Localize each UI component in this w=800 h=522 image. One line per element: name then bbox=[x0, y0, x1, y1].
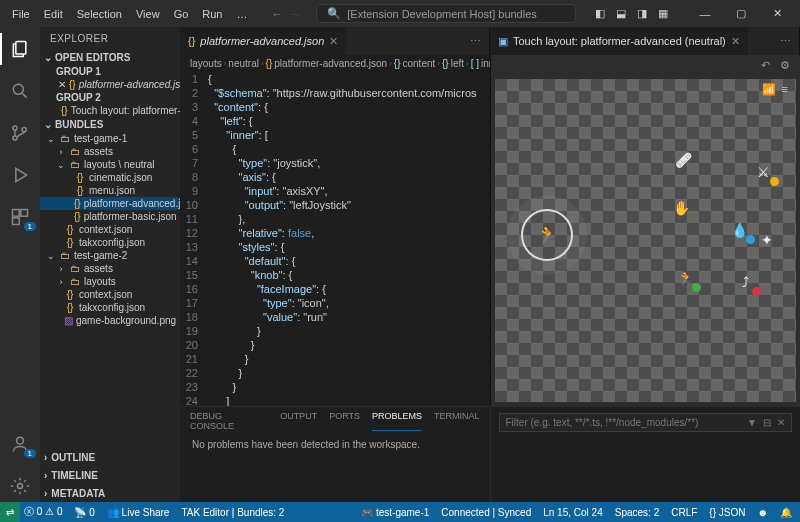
minimize-button[interactable]: — bbox=[688, 8, 722, 20]
menu-more[interactable]: … bbox=[231, 5, 254, 23]
code-editor[interactable]: 1{2 "$schema": "https://raw.githubuserco… bbox=[180, 72, 490, 406]
filter-icon[interactable]: ▼ bbox=[747, 417, 757, 428]
file-tak-2[interactable]: {}takxconfig.json bbox=[40, 301, 180, 314]
activity-search[interactable] bbox=[0, 75, 40, 107]
more-icon[interactable]: ⋯ bbox=[470, 35, 481, 48]
menu-file[interactable]: File bbox=[6, 5, 36, 23]
file-platformer-advanced[interactable]: {}platformer-advanced.json bbox=[40, 197, 180, 210]
file-tak-1[interactable]: {}takxconfig.json bbox=[40, 236, 180, 249]
status-connection[interactable]: Connected | Synced bbox=[441, 507, 531, 518]
outline-section[interactable]: ›OUTLINE bbox=[40, 448, 180, 466]
close-icon[interactable]: ✕ bbox=[58, 79, 66, 90]
crumb[interactable]: neutral bbox=[228, 58, 259, 69]
menu-run[interactable]: Run bbox=[196, 5, 228, 23]
run-button[interactable]: 🏃 bbox=[674, 267, 696, 289]
folder-assets-2[interactable]: ›🗀assets bbox=[40, 262, 180, 275]
folder-test-game-1[interactable]: ⌄🗀test-game-1 bbox=[40, 132, 180, 145]
status-game[interactable]: 🎮 test-game-1 bbox=[361, 507, 429, 518]
close-panel-icon[interactable]: ✕ bbox=[777, 417, 785, 428]
close-button[interactable]: ✕ bbox=[760, 7, 794, 20]
more-icon[interactable]: ⋯ bbox=[780, 35, 791, 48]
tab-preview[interactable]: ▣ Touch layout: platformer-advanced (neu… bbox=[490, 27, 749, 55]
layout-icon: ▣ bbox=[498, 35, 508, 48]
folder-layouts-2[interactable]: ›🗀layouts bbox=[40, 275, 180, 288]
activity-account[interactable]: 1 bbox=[0, 428, 40, 460]
activity-debug[interactable] bbox=[0, 159, 40, 191]
menu-lines-icon[interactable]: ≡ bbox=[782, 83, 788, 96]
folder-icon: 🗀 bbox=[69, 263, 81, 274]
file-platformer-basic[interactable]: {}platformer-basic.json bbox=[40, 210, 180, 223]
crumb[interactable]: layouts bbox=[190, 58, 222, 69]
status-tak[interactable]: TAK Editor | Bundles: 2 bbox=[181, 507, 284, 518]
metadata-section[interactable]: ›METADATA bbox=[40, 484, 180, 502]
folder-layouts[interactable]: ⌄🗀layouts \ neutral bbox=[40, 158, 180, 171]
status-lang[interactable]: {} JSON bbox=[709, 507, 745, 518]
explorer-title: EXPLORER bbox=[40, 27, 180, 50]
crumb[interactable]: {} left bbox=[442, 58, 464, 69]
jump-button[interactable]: ⤴ bbox=[734, 271, 756, 293]
toggle-panel-icon[interactable]: ⬓ bbox=[612, 7, 630, 20]
open-editor-2[interactable]: {} Touch layout: platformer-advan... bbox=[40, 104, 180, 117]
status-liveshare[interactable]: 👥 Live Share bbox=[107, 507, 170, 518]
status-cursor[interactable]: Ln 15, Col 24 bbox=[543, 507, 603, 518]
crumb[interactable]: {} content bbox=[394, 58, 436, 69]
tab-output[interactable]: OUTPUT bbox=[280, 411, 317, 431]
tab-problems[interactable]: PROBLEMS bbox=[372, 411, 422, 431]
activity-extensions[interactable]: 1 bbox=[0, 201, 40, 233]
medkit-button[interactable]: 🩹 bbox=[672, 149, 694, 171]
nav-back-icon[interactable]: ← bbox=[272, 8, 283, 20]
open-editor-1[interactable]: ✕ {} platformer-advanced.json test-g... bbox=[40, 78, 180, 91]
nav-forward-icon[interactable]: → bbox=[291, 8, 302, 20]
touch-layout-preview[interactable]: 📶 ≡ 🏃 🩹 ⚔ ✋ 💧 ✦ 🏃 ⤴ bbox=[495, 79, 797, 402]
hand-button[interactable]: ✋ bbox=[670, 197, 692, 219]
menu-edit[interactable]: Edit bbox=[38, 5, 69, 23]
crumb[interactable]: [ ] inner bbox=[471, 58, 490, 69]
menu-selection[interactable]: Selection bbox=[71, 5, 128, 23]
breadcrumbs[interactable]: layouts› neutral› {}platformer-advanced.… bbox=[180, 55, 490, 72]
bundles-section[interactable]: ⌄BUNDLES bbox=[40, 117, 180, 132]
activity-scm[interactable] bbox=[0, 117, 40, 149]
timeline-section[interactable]: ›TIMELINE bbox=[40, 466, 180, 484]
menu-view[interactable]: View bbox=[130, 5, 166, 23]
folder-test-game-2[interactable]: ⌄🗀test-game-2 bbox=[40, 249, 180, 262]
tab-ports[interactable]: PORTS bbox=[329, 411, 360, 431]
close-icon[interactable]: ✕ bbox=[329, 35, 338, 48]
file-cinematic[interactable]: {}cinematic.json bbox=[40, 171, 180, 184]
search-icon: 🔍 bbox=[327, 7, 341, 20]
activity-explorer[interactable] bbox=[0, 33, 40, 65]
folder-assets[interactable]: ›🗀assets bbox=[40, 145, 180, 158]
tab-debug-console[interactable]: DEBUG CONSOLE bbox=[190, 411, 268, 431]
panel-tabs: DEBUG CONSOLE OUTPUT PORTS PROBLEMS TERM… bbox=[180, 407, 490, 435]
sparkle-button[interactable]: ✦ bbox=[756, 229, 778, 251]
toggle-sidebar-icon[interactable]: ◧ bbox=[591, 7, 609, 20]
tab-json[interactable]: {} platformer-advanced.json ✕ bbox=[180, 27, 347, 55]
problems-filter[interactable]: Filter (e.g. text, **/*.ts, !**/node_mod… bbox=[499, 413, 793, 432]
joystick-control[interactable]: 🏃 bbox=[521, 209, 573, 261]
status-spaces[interactable]: Spaces: 2 bbox=[615, 507, 659, 518]
status-ports[interactable]: 📡 0 bbox=[74, 507, 94, 518]
file-context-2[interactable]: {}context.json bbox=[40, 288, 180, 301]
collapse-icon[interactable]: ⊟ bbox=[763, 417, 771, 428]
maximize-button[interactable]: ▢ bbox=[724, 7, 758, 20]
status-bell-icon[interactable]: 🔔 bbox=[780, 507, 792, 518]
crumb[interactable]: {}platformer-advanced.json bbox=[266, 58, 388, 69]
crossbow-button[interactable]: ⚔ bbox=[752, 161, 774, 183]
remote-indicator[interactable]: ⇄ bbox=[0, 502, 20, 522]
search-box[interactable]: 🔍 [Extension Development Host] bundles bbox=[316, 4, 576, 23]
file-context-1[interactable]: {}context.json bbox=[40, 223, 180, 236]
file-menu[interactable]: {}menu.json bbox=[40, 184, 180, 197]
status-feedback-icon[interactable]: ☻ bbox=[757, 507, 768, 518]
undo-icon[interactable]: ↶ bbox=[761, 59, 770, 71]
open-editors-section[interactable]: ⌄OPEN EDITORS bbox=[40, 50, 180, 65]
status-errors[interactable]: ⓧ 0 ⚠ 0 bbox=[24, 505, 62, 519]
tab-terminal[interactable]: TERMINAL bbox=[434, 411, 480, 431]
status-eol[interactable]: CRLF bbox=[671, 507, 697, 518]
file-bg[interactable]: ▨game-background.png bbox=[40, 314, 180, 327]
activity-settings[interactable] bbox=[0, 470, 40, 502]
close-icon[interactable]: ✕ bbox=[731, 35, 740, 48]
gear-icon[interactable]: ⚙ bbox=[780, 59, 790, 71]
menu-go[interactable]: Go bbox=[168, 5, 195, 23]
toggle-secondary-icon[interactable]: ◨ bbox=[633, 7, 651, 20]
eyedropper-button[interactable]: 💧 bbox=[728, 219, 750, 241]
customize-layout-icon[interactable]: ▦ bbox=[654, 7, 672, 20]
